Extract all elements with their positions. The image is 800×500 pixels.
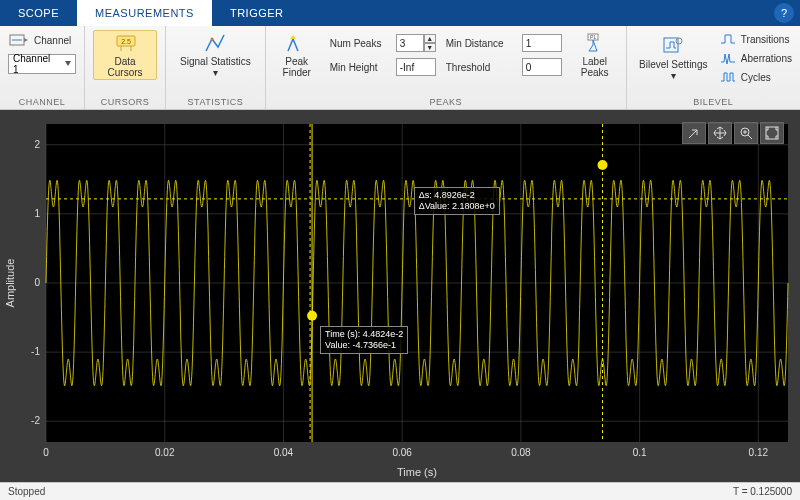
tool-pan[interactable] [708,122,732,144]
status-bar: Stopped T = 0.125000 [0,482,800,500]
svg-text:-2: -2 [31,415,40,426]
group-peaks: Peak Finder Num Peaks 3 ▲ ▼ Min Height - [266,26,627,109]
svg-point-44 [307,311,317,321]
svg-text:2.5: 2.5 [121,38,131,45]
cycles-button[interactable]: Cycles [720,68,792,86]
mindist-label: Min Distance [446,38,518,49]
signal-statistics-button[interactable]: Signal Statistics ▾ [174,30,257,80]
svg-point-7 [676,38,682,44]
tool-zoom[interactable] [734,122,758,144]
tool-arrow[interactable] [682,122,706,144]
group-label-peaks: PEAKS [274,97,618,109]
svg-text:0: 0 [43,447,49,458]
minheight-label: Min Height [330,62,392,73]
svg-text:0: 0 [34,277,40,288]
numpeaks-down[interactable]: ▼ [424,43,436,52]
svg-text:0.04: 0.04 [274,447,294,458]
minheight-input[interactable]: -Inf [396,58,436,76]
aberrations-button[interactable]: Aberrations [720,49,792,67]
bilevel-settings-icon [662,35,684,57]
group-label-channel: CHANNEL [8,97,76,109]
scope-plot[interactable]: 00.020.040.060.080.10.12-2-1012Time (s)A… [0,110,800,482]
bilevel-settings-button[interactable]: Bilevel Settings ▾ [635,33,712,83]
svg-text:0.02: 0.02 [155,447,175,458]
svg-text:0.1: 0.1 [633,447,647,458]
numpeaks-label: Num Peaks [330,38,392,49]
tabstrip: SCOPE MEASUREMENTS TRIGGER ? [0,0,800,26]
help-button[interactable]: ? [774,3,794,23]
data-cursors-label: Data Cursors [97,56,153,78]
transitions-button[interactable]: Transitions [720,30,792,48]
svg-text:2: 2 [34,139,40,150]
group-label-bilevel: BILEVEL [635,97,792,109]
bilevel-settings-label: Bilevel Settings ▾ [639,59,708,81]
channel-icon [8,29,30,51]
transitions-icon [720,32,736,46]
svg-text:0.06: 0.06 [392,447,412,458]
svg-text:0.08: 0.08 [511,447,531,458]
group-cursors: 2.5 Data Cursors CURSORS [85,26,166,109]
tool-fit[interactable] [760,122,784,144]
plot-tools [682,122,784,144]
svg-point-3 [211,38,214,41]
threshold-label: Threshold [446,62,518,73]
svg-text:P1: P1 [590,34,596,40]
group-bilevel: Bilevel Settings ▾ Transitions Aberratio… [627,26,800,109]
group-label-statistics: STATISTICS [174,97,257,109]
svg-point-46 [598,160,608,170]
numpeaks-up[interactable]: ▲ [424,34,436,43]
threshold-input[interactable]: 0 [522,58,562,76]
ribbon: Channel Channel 1 CHANNEL 2.5 Data Curso… [0,26,800,110]
label-peaks-button[interactable]: P1 Label Peaks [572,30,618,80]
group-label-cursors: CURSORS [93,97,157,109]
statistics-icon [204,32,226,54]
aberrations-icon [720,51,736,65]
svg-text:Amplitude: Amplitude [4,259,16,308]
label-peaks-icon: P1 [584,32,606,54]
svg-text:-1: -1 [31,346,40,357]
group-statistics: Signal Statistics ▾ STATISTICS [166,26,266,109]
scope-area: 00.020.040.060.080.10.12-2-1012Time (s)A… [0,110,800,482]
data-cursors-button[interactable]: 2.5 Data Cursors [93,30,157,80]
tab-trigger[interactable]: TRIGGER [212,0,302,26]
peak-finder-icon [286,32,308,54]
numpeaks-input[interactable]: 3 [396,34,424,52]
svg-text:1: 1 [34,208,40,219]
peak-finder-label: Peak Finder [278,56,316,78]
mindist-input[interactable]: 1 [522,34,562,52]
tab-scope[interactable]: SCOPE [0,0,77,26]
signal-statistics-label: Signal Statistics ▾ [178,56,253,78]
cursor1-tooltip: Time (s): 4.4824e-2Value: -4.7366e-1 [320,326,408,354]
svg-text:0.12: 0.12 [749,447,769,458]
tab-measurements[interactable]: MEASUREMENTS [77,0,212,26]
label-peaks-label: Label Peaks [576,56,614,78]
peak-finder-button[interactable]: Peak Finder [274,30,320,80]
data-cursors-icon: 2.5 [114,32,136,54]
status-right: T = 0.125000 [733,486,792,497]
channel-select[interactable]: Channel 1 [8,54,76,74]
cursor2-tooltip: Δs: 4.8926e-2ΔValue: 2.1808e+0 [414,187,500,215]
status-left: Stopped [8,486,45,497]
channel-label: Channel [34,35,71,46]
svg-text:Time (s): Time (s) [397,466,437,478]
cycles-icon [720,70,736,84]
group-channel: Channel Channel 1 CHANNEL [0,26,85,109]
